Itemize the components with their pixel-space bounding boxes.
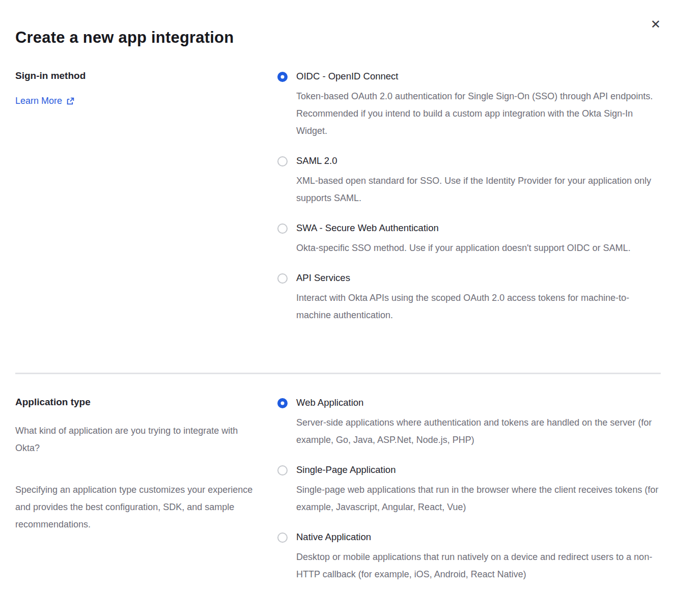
option-saml-label: SAML 2.0: [296, 155, 659, 167]
radio-oidc[interactable]: [277, 72, 288, 82]
option-single-page-application[interactable]: Single-Page Application Single-page web …: [277, 464, 661, 516]
option-api-services-description: Interact with Okta APIs using the scoped…: [296, 289, 659, 324]
radio-api-services[interactable]: [277, 273, 288, 284]
radio-native-application[interactable]: [277, 533, 288, 543]
signin-method-left-column: Sign-in method Learn More: [15, 70, 277, 106]
option-oidc-label: OIDC - OpenID Connect: [296, 70, 659, 82]
radio-web-application[interactable]: [277, 398, 288, 408]
option-single-page-application-label: Single-Page Application: [296, 464, 659, 476]
option-web-application-label: Web Application: [296, 397, 659, 409]
radio-saml[interactable]: [277, 156, 288, 166]
option-swa[interactable]: SWA - Secure Web Authentication Okta-spe…: [277, 222, 661, 257]
application-type-label: Application type: [15, 397, 267, 408]
option-api-services-label: API Services: [296, 272, 659, 284]
option-saml-description: XML-based open standard for SSO. Use if …: [296, 172, 659, 207]
option-swa-description: Okta-specific SSO method. Use if your ap…: [296, 239, 631, 257]
application-type-section: Application type What kind of applicatio…: [15, 397, 661, 598]
application-type-options: Web Application Server-side applications…: [277, 397, 661, 598]
signin-method-label: Sign-in method: [15, 70, 267, 81]
signin-method-options: OIDC - OpenID Connect Token-based OAuth …: [277, 70, 661, 339]
page-title: Create a new app integration: [15, 29, 661, 47]
option-web-application[interactable]: Web Application Server-side applications…: [277, 397, 661, 449]
radio-single-page-application[interactable]: [277, 465, 288, 475]
learn-more-label: Learn More: [15, 96, 62, 106]
radio-swa[interactable]: [277, 223, 288, 234]
option-oidc-description: Token-based OAuth 2.0 authentication for…: [296, 88, 659, 139]
option-single-page-application-description: Single-page web applications that run in…: [296, 481, 659, 516]
section-divider: [15, 373, 661, 374]
external-link-icon: [66, 97, 75, 105]
learn-more-link[interactable]: Learn More: [15, 96, 75, 106]
option-oidc[interactable]: OIDC - OpenID Connect Token-based OAuth …: [277, 70, 661, 139]
close-icon: ✕: [651, 17, 661, 31]
application-type-question: What kind of application are you trying …: [15, 422, 260, 457]
option-native-application[interactable]: Native Application Desktop or mobile app…: [277, 531, 661, 583]
option-web-application-description: Server-side applications where authentic…: [296, 414, 659, 449]
option-saml[interactable]: SAML 2.0 XML-based open standard for SSO…: [277, 155, 661, 207]
close-button[interactable]: ✕: [651, 18, 661, 31]
signin-method-section: Sign-in method Learn More OIDC - OpenID …: [15, 70, 661, 339]
option-api-services[interactable]: API Services Interact with Okta APIs usi…: [277, 272, 661, 324]
create-app-integration-dialog: ✕ Create a new app integration Sign-in m…: [0, 0, 678, 616]
option-native-application-label: Native Application: [296, 531, 659, 543]
option-swa-label: SWA - Secure Web Authentication: [296, 222, 631, 234]
option-native-application-description: Desktop or mobile applications that run …: [296, 548, 659, 583]
application-type-left-column: Application type What kind of applicatio…: [15, 397, 277, 557]
application-type-note: Specifying an application type customize…: [15, 481, 260, 533]
